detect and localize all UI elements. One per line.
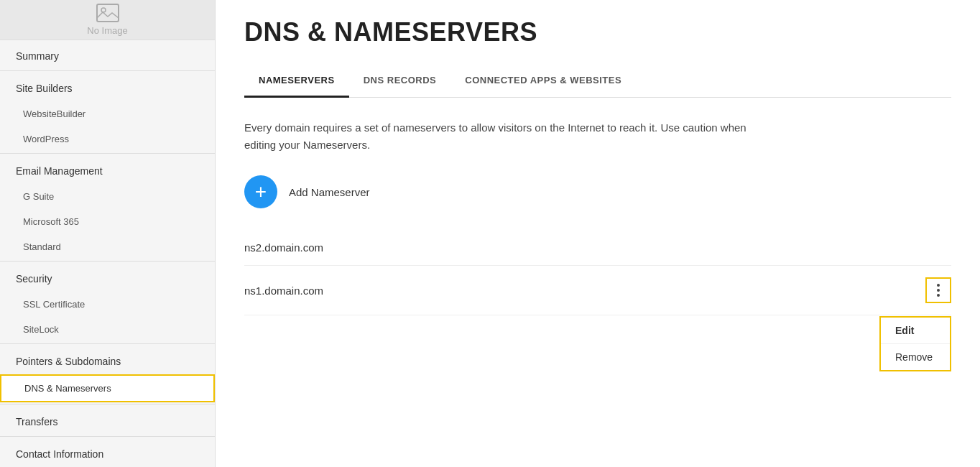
sidebar-item-sitelock[interactable]: SiteLock [0, 317, 215, 342]
tab-content: Every domain requires a set of nameserve… [216, 98, 980, 337]
sidebar-item-g-suite[interactable]: G Suite [0, 184, 215, 209]
sidebar-item-microsoft-365[interactable]: Microsoft 365 [0, 209, 215, 234]
sidebar-item-wordpress[interactable]: WordPress [0, 126, 215, 152]
remove-nameserver-button[interactable]: Remove [881, 344, 950, 370]
sidebar-item-website-builder[interactable]: WebsiteBuilder [0, 101, 215, 126]
nameserver-row: ns1.domain.com Edit Remove [244, 266, 951, 315]
three-dot-menu-button[interactable] [925, 277, 951, 303]
main-content: DNS & NAMESERVERS NAMESERVERS DNS RECORD… [216, 0, 980, 467]
nameserver-dropdown-menu: Edit Remove [879, 316, 951, 371]
dot-icon [937, 294, 940, 297]
tabs-bar: NAMESERVERS DNS RECORDS CONNECTED APPS &… [244, 65, 951, 98]
tab-connected-apps[interactable]: CONNECTED APPS & WEBSITES [450, 65, 636, 98]
divider [0, 404, 215, 404]
svg-rect-0 [97, 4, 119, 22]
add-nameserver-button[interactable]: + Add Nameserver [244, 175, 951, 208]
nameserver-row: ns2.domain.com [244, 230, 951, 266]
sidebar-item-dns-nameservers[interactable]: DNS & Nameservers [0, 374, 215, 402]
divider [0, 153, 215, 154]
nameserver-actions: Edit Remove [925, 277, 951, 303]
sidebar-item-transfers[interactable]: Transfers [0, 406, 215, 435]
nameserver-name: ns2.domain.com [244, 241, 323, 254]
dot-icon [937, 289, 940, 292]
sidebar-item-ssl-certificate[interactable]: SSL Certificate [0, 292, 215, 317]
add-nameserver-label: Add Nameserver [289, 186, 370, 198]
divider [0, 343, 215, 344]
divider [0, 261, 215, 262]
image-icon [96, 4, 119, 22]
tab-dns-records[interactable]: DNS RECORDS [349, 65, 451, 98]
sidebar: No Image Summary Site Builders WebsiteBu… [0, 0, 216, 467]
sidebar-item-security[interactable]: Security [0, 263, 215, 292]
nameserver-list: ns2.domain.com ns1.domain.com Edit Remov… [244, 230, 951, 315]
edit-nameserver-button[interactable]: Edit [881, 318, 950, 344]
sidebar-logo: No Image [0, 0, 215, 40]
sidebar-item-site-builders[interactable]: Site Builders [0, 73, 215, 101]
divider [0, 436, 215, 437]
tab-nameservers[interactable]: NAMESERVERS [244, 65, 349, 98]
sidebar-item-standard[interactable]: Standard [0, 234, 215, 259]
sidebar-item-email-management[interactable]: Email Management [0, 155, 215, 184]
sidebar-item-contact-information[interactable]: Contact Information [0, 438, 215, 467]
plus-icon: + [255, 180, 267, 203]
no-image-placeholder: No Image [87, 4, 127, 36]
page-title: DNS & NAMESERVERS [244, 17, 951, 47]
svg-point-1 [101, 8, 106, 12]
sidebar-navigation: Summary Site Builders WebsiteBuilder Wor… [0, 40, 215, 467]
add-nameserver-circle: + [244, 175, 277, 208]
main-header: DNS & NAMESERVERS NAMESERVERS DNS RECORD… [216, 0, 980, 98]
no-image-label: No Image [87, 25, 127, 36]
sidebar-item-summary[interactable]: Summary [0, 40, 215, 69]
nameservers-description: Every domain requires a set of nameserve… [244, 119, 747, 154]
dot-icon [937, 284, 940, 287]
sidebar-item-pointers-subdomains[interactable]: Pointers & Subdomains [0, 346, 215, 374]
nameserver-name: ns1.domain.com [244, 285, 323, 297]
divider [0, 70, 215, 71]
